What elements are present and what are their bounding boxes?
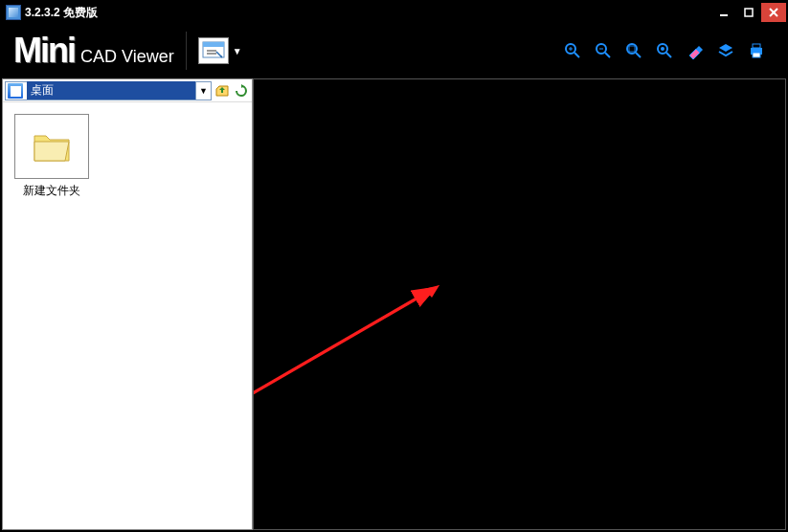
svg-line-9	[574, 53, 579, 57]
print-icon	[748, 42, 765, 59]
svg-line-24	[254, 288, 436, 443]
folder-name-label: 新建文件夹	[14, 183, 89, 199]
zoom-out-icon	[595, 42, 612, 59]
layers-button[interactable]	[717, 42, 734, 59]
erase-button[interactable]	[687, 42, 704, 59]
svg-line-29	[254, 288, 434, 441]
file-list: 新建文件夹	[3, 102, 252, 529]
svg-line-13	[605, 53, 610, 57]
svg-point-20	[661, 47, 664, 51]
svg-rect-1	[745, 9, 753, 16]
up-folder-button[interactable]	[214, 82, 231, 100]
close-button[interactable]	[761, 3, 786, 22]
svg-point-15	[627, 44, 637, 54]
maximize-button[interactable]	[736, 3, 761, 22]
location-label: 桌面	[27, 81, 195, 100]
logo-main-text: Mini	[13, 31, 75, 71]
zoom-in-icon	[564, 42, 581, 59]
zoom-fit-button[interactable]	[625, 42, 642, 59]
maximize-icon	[743, 7, 754, 18]
svg-marker-26	[422, 285, 439, 303]
desktop-icon	[8, 83, 23, 99]
zoom-window-icon	[656, 42, 673, 59]
window-controls	[711, 3, 786, 22]
minimize-icon	[718, 7, 730, 18]
layers-icon	[717, 42, 734, 59]
annotation-arrow	[254, 79, 786, 529]
red-arrow-icon	[254, 79, 786, 529]
refresh-button[interactable]	[233, 82, 250, 100]
view-tools	[564, 42, 775, 59]
zoom-in-button[interactable]	[564, 42, 581, 59]
svg-marker-25	[420, 288, 436, 301]
refresh-icon	[234, 83, 249, 99]
print-button[interactable]	[748, 42, 765, 59]
logo-sub-text: CAD Viewer	[80, 47, 174, 67]
zoom-fit-icon	[625, 42, 642, 59]
svg-rect-22	[753, 44, 760, 48]
app-icon	[6, 5, 21, 20]
window-title: 3.2.3.2 免费版	[25, 5, 711, 21]
svg-rect-5	[203, 42, 224, 47]
svg-rect-23	[753, 53, 760, 57]
title-bar: 3.2.3.2 免费版	[2, 2, 786, 23]
folder-icon	[31, 128, 73, 165]
up-folder-icon	[214, 83, 230, 99]
combo-arrow-icon: ▼	[195, 82, 211, 100]
zoom-out-button[interactable]	[595, 42, 612, 59]
annotation-arrow-head	[254, 79, 786, 529]
open-document-button[interactable]: ▼	[198, 37, 242, 64]
folder-thumbnail	[14, 114, 89, 179]
location-combo[interactable]: 桌面 ▼	[5, 81, 212, 100]
minimize-button[interactable]	[711, 3, 736, 22]
file-browser-panel: 桌面 ▼ 新建文件夹	[2, 78, 253, 530]
list-item[interactable]: 新建文件夹	[14, 114, 89, 199]
toolbar-divider	[186, 32, 187, 70]
app-window: 3.2.3.2 免费版 Mini CAD Viewer	[0, 0, 788, 532]
svg-line-19	[666, 53, 671, 57]
svg-marker-27	[418, 286, 438, 305]
zoom-window-button[interactable]	[656, 42, 673, 59]
svg-marker-28	[424, 285, 439, 298]
location-bar: 桌面 ▼	[3, 79, 252, 102]
svg-line-16	[636, 53, 641, 57]
cad-viewport[interactable]	[253, 78, 786, 530]
erase-icon	[687, 42, 704, 59]
close-icon	[767, 6, 780, 19]
dropdown-arrow-icon: ▼	[233, 46, 242, 56]
main-body: 桌面 ▼ 新建文件夹	[2, 78, 786, 530]
app-logo: Mini CAD Viewer	[13, 31, 174, 71]
document-select-icon	[198, 37, 229, 64]
main-toolbar: Mini CAD Viewer ▼	[2, 23, 786, 78]
svg-rect-17	[629, 46, 635, 52]
